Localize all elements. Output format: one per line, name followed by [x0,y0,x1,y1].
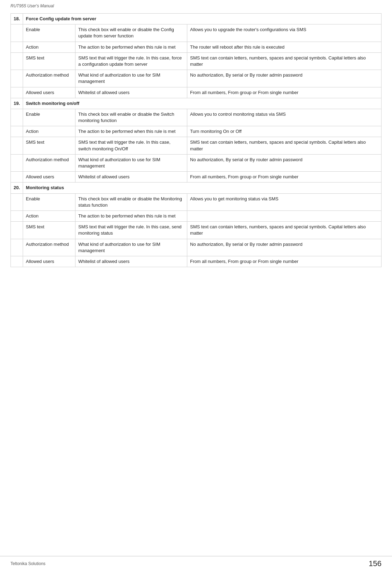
row-description: What kind of authorization to use for SI… [75,154,187,171]
row-label: Authorization method [23,70,75,87]
company-name: Teltonika Solutions [10,561,45,566]
row-description: The action to be performed when this rul… [75,42,187,52]
row-label: Action [23,42,75,52]
row-description: This check box will enable or disable th… [75,24,187,42]
row-number-cell [11,24,23,42]
table-row: Allowed usersWhitelist of allowed usersF… [11,87,382,98]
row-number-cell [11,42,23,52]
row-number-cell [11,70,23,87]
table-row: SMS textSMS text that will trigger the r… [11,52,382,70]
row-label: Authorization method [23,239,75,256]
row-description: Whitelist of allowed users [75,172,187,183]
row-label: Enable [23,24,75,42]
row-number-cell [11,172,23,183]
row-number-cell [11,193,23,210]
row-number-cell [11,52,23,70]
row-value: Allows you to control monitoring status … [187,109,382,126]
row-description: SMS text that will trigger the rule. In … [75,52,187,70]
row-label: Enable [23,109,75,126]
row-label: Enable [23,193,75,210]
row-value: From all numbers, From group or From sin… [187,172,382,183]
row-number-cell [11,210,23,221]
row-number-cell [11,126,23,137]
row-label: Authorization method [23,154,75,171]
row-value: Allows you to get monitoring status via … [187,193,382,210]
table-row: EnableThis check box will enable or disa… [11,109,382,126]
row-number-cell [11,87,23,98]
row-number-cell [11,137,23,154]
page-number: 156 [369,559,382,568]
table-row: Authorization methodWhat kind of authori… [11,239,382,256]
row-number-cell [11,222,23,239]
row-number-cell [11,109,23,126]
row-value: No authorization, By serial or By router… [187,154,382,171]
row-description: What kind of authorization to use for SI… [75,239,187,256]
section-title-0: Force Config update from server [23,14,382,24]
row-description: The action to be performed when this rul… [75,210,187,221]
section-number-1: 19. [11,98,23,109]
section-number-0: 18. [11,14,23,24]
main-content: 18.Force Config update from serverEnable… [0,10,392,295]
row-value: SMS text can contain letters, numbers, s… [187,222,382,239]
section-number-2: 20. [11,183,23,193]
main-table: 18.Force Config update from serverEnable… [10,13,382,267]
table-row: Allowed usersWhitelist of allowed usersF… [11,172,382,183]
row-label: SMS text [23,137,75,154]
manual-title: RUT955 User's Manual [10,3,54,8]
table-row: Authorization methodWhat kind of authori… [11,70,382,87]
row-label: Allowed users [23,172,75,183]
table-row: Authorization methodWhat kind of authori… [11,154,382,171]
row-value: From all numbers, From group or From sin… [187,256,382,267]
section-title-1: Switch monitoring on/off [23,98,382,109]
table-row: EnableThis check box will enable or disa… [11,24,382,42]
row-label: Action [23,126,75,137]
row-number-cell [11,256,23,267]
row-description: Whitelist of allowed users [75,87,187,98]
row-description: What kind of authorization to use for SI… [75,70,187,87]
row-value: The router will reboot after this rule i… [187,42,382,52]
row-value: From all numbers, From group or From sin… [187,87,382,98]
table-row: ActionThe action to be performed when th… [11,126,382,137]
row-description: Whitelist of allowed users [75,256,187,267]
row-value [187,210,382,221]
row-number-cell [11,239,23,256]
table-row: EnableThis check box will enable or disa… [11,193,382,210]
row-description: SMS text that will trigger the rule. In … [75,222,187,239]
row-value: SMS text can contain letters, numbers, s… [187,52,382,70]
table-row: SMS textSMS text that will trigger the r… [11,137,382,154]
row-description: This check box will enable or disable th… [75,109,187,126]
row-label: Allowed users [23,256,75,267]
page-footer: Teltonika Solutions 156 [0,556,392,571]
page-header: RUT955 User's Manual [0,0,392,10]
row-value: No authorization, By serial or By router… [187,239,382,256]
row-value: SMS text can contain letters, numbers, s… [187,137,382,154]
row-value: No authorization, By serial or By router… [187,70,382,87]
row-value: Allows you to upgrade the router's confi… [187,24,382,42]
row-label: SMS text [23,222,75,239]
table-row: ActionThe action to be performed when th… [11,210,382,221]
section-title-2: Monitoring status [23,183,382,193]
row-label: SMS text [23,52,75,70]
table-row: ActionThe action to be performed when th… [11,42,382,52]
table-row: Allowed usersWhitelist of allowed usersF… [11,256,382,267]
row-label: Allowed users [23,87,75,98]
row-description: This check box will enable or disable th… [75,193,187,210]
row-description: The action to be performed when this rul… [75,126,187,137]
row-number-cell [11,154,23,171]
row-description: SMS text that will trigger the rule. In … [75,137,187,154]
table-row: SMS textSMS text that will trigger the r… [11,222,382,239]
row-label: Action [23,210,75,221]
row-value: Turn monitoring On or Off [187,126,382,137]
